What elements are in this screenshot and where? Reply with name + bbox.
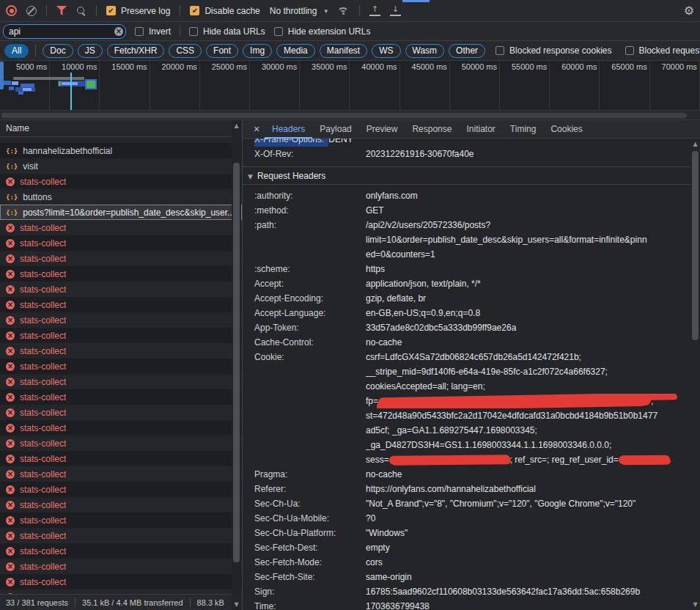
request-row[interactable]: ×stats-collect	[0, 220, 242, 235]
record-button[interactable]	[6, 5, 17, 16]
request-row[interactable]: ×stats-collect	[0, 297, 242, 312]
tab-cookies[interactable]: Cookies	[543, 120, 589, 139]
request-name: stats-collect	[20, 177, 66, 187]
tab-timing[interactable]: Timing	[503, 120, 544, 139]
timeline-scrollbar[interactable]	[0, 110, 700, 120]
details-scrollbar[interactable]: ▲ ▼	[690, 139, 700, 610]
tab-headers[interactable]: Headers	[265, 120, 312, 139]
request-row[interactable]: ×stats-collect	[0, 328, 242, 343]
header-value-line: st=472d48a90d5433bfc2a2d17042e4dfdcafd31…	[366, 408, 690, 423]
devtools-network-panel: ✔ Preserve log ✔ Disable cache No thrott…	[0, 0, 700, 610]
request-row[interactable]: ×stats-collect	[0, 451, 242, 466]
request-row[interactable]: ×stats-collect	[0, 497, 242, 512]
waterfall-bar	[9, 87, 14, 90]
request-row[interactable]: ×stats-collect	[0, 174, 242, 189]
request-row[interactable]: {:}posts?limit=10&order=publish_date_des…	[0, 205, 242, 220]
clear-button[interactable]	[26, 6, 37, 16]
hide-extension-urls-checkbox[interactable]: Hide extension URLs	[274, 26, 371, 37]
hide-data-urls-checkbox[interactable]: Hide data URLs	[189, 26, 265, 37]
filter-pill-css[interactable]: CSS	[169, 44, 202, 58]
clear-filter-icon[interactable]: ×	[114, 27, 123, 36]
settings-gear-icon[interactable]: ⚙	[684, 5, 694, 17]
request-row[interactable]: ×stats-collect	[0, 251, 242, 266]
export-har-icon[interactable]: ↓	[390, 5, 401, 16]
request-row[interactable]: ×stats-collect	[0, 266, 242, 282]
scroll-down-icon[interactable]: ▼	[690, 601, 700, 608]
request-row[interactable]: ×stats-collect	[0, 543, 242, 559]
filter-pill-fetch-xhr[interactable]: Fetch/XHR	[107, 44, 165, 58]
request-row[interactable]: ×stats-collect	[0, 589, 242, 594]
filter-pill-manifest[interactable]: Manifest	[320, 44, 367, 58]
header-key: Accept:	[254, 276, 366, 291]
failed-request-icon: ×	[6, 301, 15, 309]
network-conditions-icon[interactable]	[337, 6, 350, 16]
close-details-icon[interactable]: ×	[248, 123, 265, 135]
filter-checkbox-blocked-requests[interactable]: Blocked requests	[625, 45, 700, 56]
request-row[interactable]: {:}hannahelizabethofficial	[0, 143, 242, 158]
network-status-bar: 33 / 381 requests 35.1 kB / 4.4 MB trans…	[0, 594, 242, 610]
filter-pill-font[interactable]: Font	[206, 44, 238, 58]
scroll-up-icon[interactable]: ▲	[232, 122, 241, 129]
name-column-header[interactable]: Name	[0, 120, 242, 137]
details-tabs: HeadersPayloadPreviewResponseInitiatorTi…	[265, 120, 590, 139]
request-row[interactable]: ×stats-collect	[0, 574, 242, 589]
request-row[interactable]: ×stats-collect	[0, 528, 242, 543]
request-row[interactable]: ×stats-collect	[0, 235, 242, 251]
network-toolbar: ✔ Preserve log ✔ Disable cache No thrott…	[0, 0, 700, 22]
request-row[interactable]: ×stats-collect	[0, 436, 242, 451]
header-value: "Not_A Brand";v="8", "Chromium";v="120",…	[366, 496, 690, 511]
filter-icon[interactable]	[56, 6, 67, 15]
filter-pill-doc[interactable]: Doc	[43, 44, 73, 58]
timeline-scrollbar-thumb[interactable]	[1, 113, 687, 118]
request-row[interactable]: ×stats-collect	[0, 512, 242, 528]
tab-preview[interactable]: Preview	[359, 120, 405, 139]
scroll-down-icon[interactable]: ▼	[232, 601, 241, 608]
filter-input[interactable]	[3, 24, 126, 39]
disable-cache-checkbox[interactable]: ✔ Disable cache	[190, 6, 259, 16]
request-row[interactable]: {:}init	[0, 137, 242, 143]
request-list-scrollbar[interactable]: ▲ ▼	[232, 120, 241, 610]
filter-pill-other[interactable]: Other	[449, 44, 485, 58]
filter-pill-wasm[interactable]: Wasm	[405, 44, 445, 58]
header-value-line: sess=; ref_src=; reg_ref_user_id=	[366, 452, 690, 467]
throttling-dropdown[interactable]: No throttling ▾	[270, 6, 328, 16]
request-row[interactable]: ×stats-collect	[0, 374, 242, 389]
request-name: stats-collect	[20, 284, 66, 295]
timeline-left-handle[interactable]	[0, 62, 4, 89]
filter-pill-media[interactable]: Media	[276, 44, 315, 58]
request-row[interactable]: ×stats-collect	[0, 420, 242, 436]
request-row[interactable]: ×stats-collect	[0, 343, 242, 359]
network-overview-timeline[interactable]: 5000 ms10000 ms15000 ms20000 ms25000 ms3…	[0, 61, 700, 120]
request-row[interactable]: ×stats-collect	[0, 466, 242, 482]
waterfall-bar	[62, 82, 78, 85]
request-row[interactable]: {:}visit	[0, 158, 242, 174]
import-har-icon[interactable]: ↑	[369, 5, 380, 16]
filter-checkbox-blocked-response-cookies[interactable]: Blocked response cookies	[495, 45, 611, 56]
scroll-up-icon[interactable]: ▲	[690, 141, 700, 147]
request-row[interactable]: ×stats-collect	[0, 312, 242, 328]
header-value: /api2/v2/users/20572336/posts?limit=10&o…	[366, 218, 690, 262]
request-row[interactable]: {:}buttons	[0, 189, 242, 205]
filter-pill-all[interactable]: All	[4, 44, 29, 58]
request-row[interactable]: ×stats-collect	[0, 559, 242, 574]
tab-response[interactable]: Response	[405, 120, 459, 139]
header-row: Sign:16785:5aad9602cf110608b03133de56364…	[243, 584, 690, 599]
request-headers-section[interactable]: ▼Request Headers	[243, 166, 690, 185]
request-row[interactable]: ×stats-collect	[0, 359, 242, 374]
scrollbar-thumb[interactable]	[692, 151, 699, 340]
filter-pill-img[interactable]: Img	[243, 44, 272, 58]
json-request-icon: {:}	[6, 194, 18, 201]
invert-checkbox[interactable]: Invert	[135, 26, 171, 37]
request-row[interactable]: ×stats-collect	[0, 282, 242, 297]
search-icon[interactable]	[76, 6, 86, 16]
preserve-log-checkbox[interactable]: ✔ Preserve log	[106, 6, 170, 16]
filter-pill-ws[interactable]: WS	[372, 44, 400, 58]
tab-initiator[interactable]: Initiator	[459, 120, 502, 139]
request-row[interactable]: ×stats-collect	[0, 389, 242, 405]
filter-pill-js[interactable]: JS	[78, 44, 103, 58]
tab-payload[interactable]: Payload	[312, 120, 358, 139]
request-row[interactable]: ×stats-collect	[0, 405, 242, 420]
request-row[interactable]: ×stats-collect	[0, 482, 242, 497]
scrollbar-thumb[interactable]	[233, 163, 240, 562]
failed-request-icon: ×	[6, 485, 15, 494]
